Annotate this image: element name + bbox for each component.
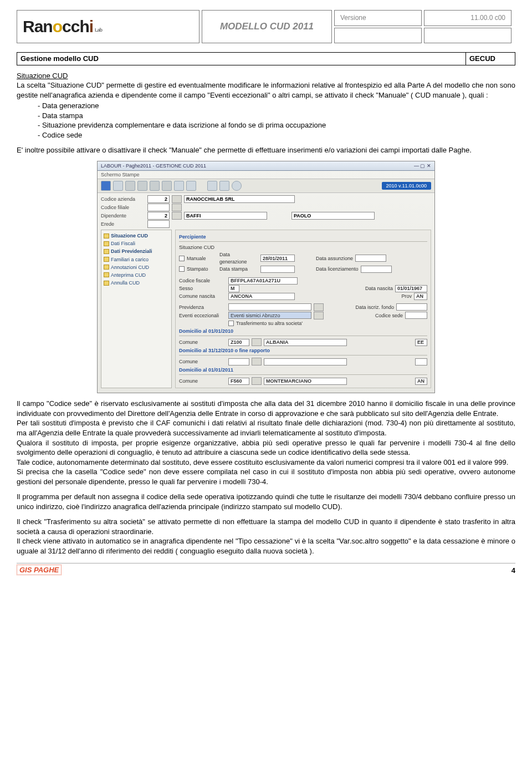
label-trasf: Trasferimento su altra societa' — [236, 320, 303, 327]
comune-nascita-field[interactable]: ANCONA — [228, 293, 295, 300]
label-sesso: Sesso — [179, 285, 226, 292]
window-controls-icon: — ▢ ✕ — [414, 163, 431, 169]
dom2-code-field[interactable] — [228, 358, 249, 365]
label-stampato: Stampato — [187, 266, 217, 272]
azienda-name: RANOCCHILAB SRL — [184, 195, 295, 203]
label-data-ass: Data assunzione — [316, 255, 353, 262]
folder-icon — [104, 265, 109, 270]
version-value: 11.00.0 c00 — [424, 10, 511, 26]
manuale-checkbox[interactable] — [179, 256, 185, 261]
dom2-name-field — [264, 358, 347, 365]
sidebar-item-annotazioni[interactable]: Annotazioni CUD — [104, 263, 169, 271]
lookup-icon[interactable] — [252, 377, 262, 385]
prev-icon[interactable] — [137, 181, 147, 191]
first-icon[interactable] — [125, 181, 135, 191]
last-icon[interactable] — [162, 181, 172, 191]
form-panel: Percipiente Situazione CUD Manuale Data … — [175, 230, 431, 388]
paragraph: La scelta "Situazione CUD" permette di g… — [17, 80, 515, 100]
sidebar-item-anteprima[interactable]: Anteprima CUD — [104, 271, 169, 279]
toolbar-icon[interactable] — [186, 181, 196, 191]
label-iscr: Data iscriz. fondo — [355, 304, 394, 311]
doc-title: MODELLO CUD 2011 — [202, 10, 332, 43]
paragraph: E' inoltre possibile attivare o disattiv… — [17, 145, 515, 155]
sidebar-item-annulla[interactable]: Annulla CUD — [104, 279, 169, 287]
folder-icon — [104, 233, 109, 238]
label-previdenza: Previdenza — [179, 304, 226, 311]
data-generazione-field[interactable]: 28/01/2011 — [260, 255, 295, 262]
paragraph: Il check "Trasferimento su altra società… — [17, 517, 515, 536]
label-codice-filiale: Codice filiale — [101, 204, 145, 211]
list-item: - Data stampa — [38, 111, 515, 121]
iscr-field[interactable] — [396, 303, 427, 311]
page-number: 4 — [511, 566, 515, 576]
footer-logo: GIS PAGHE — [17, 565, 62, 576]
label-data-lic: Data licenziamento — [316, 266, 359, 272]
trasf-checkbox[interactable] — [228, 321, 234, 326]
label-data-stampa: Data stampa — [219, 266, 258, 272]
dom1-prov-field: EE — [415, 339, 427, 346]
codice-azienda-field[interactable]: 2 — [147, 195, 170, 203]
previdenza-field[interactable] — [228, 303, 311, 311]
lookup-icon[interactable] — [252, 338, 262, 346]
eventi-field[interactable]: Eventi sismici Abruzzo — [228, 312, 311, 319]
sidebar-item-familiari[interactable]: Familiari a carico — [104, 256, 169, 263]
lookup-icon[interactable] — [172, 212, 182, 220]
label-comune: Comune — [179, 358, 226, 365]
sidebar-item-previdenziali[interactable]: Dati Previdenziali — [104, 247, 169, 255]
dipendente-nome: PAOLO — [291, 212, 375, 220]
dom1-code-field[interactable]: Z100 — [228, 339, 249, 346]
page-footer: GIS PAGHE 4 — [17, 563, 515, 576]
codsede-field[interactable] — [405, 312, 427, 319]
label-comune-nn: Comune nascita — [179, 293, 226, 299]
lookup-icon[interactable] — [172, 204, 182, 211]
data-lic-field[interactable] — [361, 266, 392, 273]
folder-icon — [104, 281, 109, 286]
toolbar-icon[interactable] — [219, 181, 229, 191]
version-pill: 2010 v.11.01.0c00 — [382, 182, 431, 190]
window-toolbar: 2010 v.11.01.0c00 — [98, 179, 434, 193]
data-assunzione-field[interactable] — [355, 255, 386, 262]
stampato-checkbox[interactable] — [179, 266, 185, 272]
label-cf: Codice fiscale — [179, 277, 226, 284]
label-codsede: Codice sede — [375, 312, 403, 319]
section-title: Gestione modello CUD — [17, 52, 466, 65]
codice-filiale-field[interactable] — [147, 204, 170, 211]
next-icon[interactable] — [150, 181, 160, 191]
label-codice-azienda: Codice azienda — [101, 196, 145, 202]
toolbar-icon[interactable] — [207, 181, 217, 191]
group-dom2011: Domicilio al 01/01/2011 — [179, 367, 427, 373]
group-dom2010: Domicilio al 01/01/2010 — [179, 328, 427, 334]
brand-logo: Ranocchi Lab — [17, 10, 200, 43]
dropdown-icon[interactable] — [314, 303, 324, 311]
lookup-icon[interactable] — [172, 195, 182, 203]
data-stampa-field[interactable] — [260, 266, 295, 273]
dropdown-icon[interactable] — [314, 312, 324, 319]
sidebar-item-fiscali[interactable]: Dati Fiscali — [104, 240, 169, 247]
label-situazione: Situazione CUD — [179, 244, 226, 251]
prov-field[interactable]: AN — [414, 293, 427, 300]
label-data-gen: Data generazione — [219, 251, 258, 265]
toolbar-icon[interactable] — [232, 181, 242, 191]
brand-part: cch — [62, 16, 89, 38]
data-nascita-field[interactable]: 01/01/1967 — [395, 285, 427, 292]
save-icon[interactable] — [101, 181, 111, 191]
lookup-icon[interactable] — [252, 358, 262, 365]
dom3-prov-field: AN — [415, 378, 427, 385]
toolbar-icon[interactable] — [113, 181, 123, 191]
brand-part: Ran — [23, 16, 53, 38]
cf-field[interactable]: BFFPLA67A01A271U — [228, 277, 298, 285]
erede-field[interactable] — [147, 220, 170, 228]
dom3-code-field[interactable]: F560 — [228, 378, 249, 385]
label-eventi: Eventi eccezionali — [179, 312, 226, 319]
label-manuale: Manuale — [187, 255, 217, 262]
toolbar-icon[interactable] — [174, 181, 184, 191]
subheading: Situazione CUD — [17, 71, 515, 81]
paragraph: Il programma per default non assegna il … — [17, 492, 515, 511]
dom3-name-field: MONTEMARCIANO — [264, 378, 347, 385]
brand-part: o — [53, 16, 62, 38]
sidebar-item-situazione[interactable]: Situazione CUD — [104, 232, 169, 240]
sesso-field[interactable]: M — [228, 285, 239, 292]
dom2-prov-field — [415, 358, 427, 365]
dipendente-field[interactable]: 2 — [147, 212, 170, 220]
paragraph: Per tali sostituti d'imposta è previsto … — [17, 418, 515, 438]
